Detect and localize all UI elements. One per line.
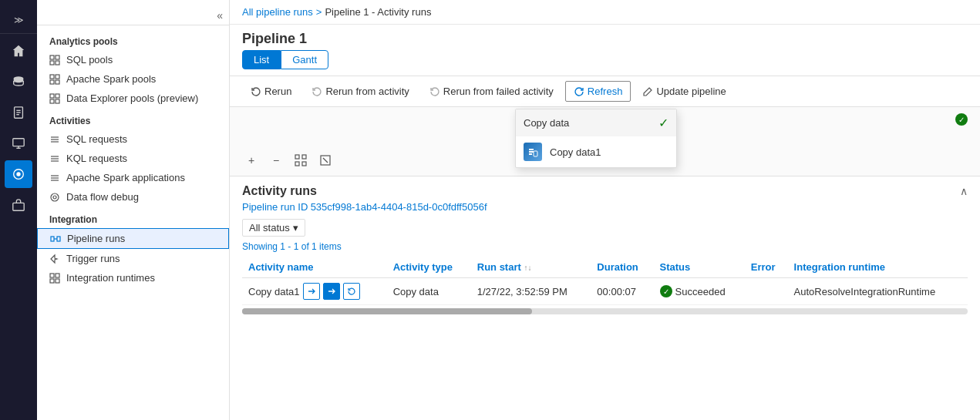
update-pipeline-button[interactable]: Update pipeline [634,81,734,102]
svg-rect-44 [302,162,306,166]
table-row: Copy data1 [242,278,968,305]
sidebar-collapse-button[interactable]: « [217,9,223,22]
sidebar-item-data-explorer[interactable]: Data Explorer pools (preview) [37,89,229,108]
integration-header: Integration [37,207,229,228]
pipeline-runs-label: Pipeline runs [67,233,125,244]
explorer-icon [49,93,60,104]
sidebar-top-bar: « [37,6,229,25]
sidebar-item-spark-pools[interactable]: Apache Spark pools [37,69,229,89]
output-icon [327,287,336,296]
col-duration: Duration [591,257,653,278]
svg-rect-19 [50,94,54,98]
sidebar-item-sql-pools[interactable]: SQL pools [37,50,229,69]
sidebar-item-kql-requests[interactable]: KQL requests [37,149,229,168]
pipeline-run-id-label: Pipeline run ID [242,201,308,213]
svg-rect-37 [56,274,59,277]
tab-gantt[interactable]: Gantt [281,50,328,69]
activity-runs-section: Activity runs ∧ Pipeline run ID 535cf998… [230,176,980,420]
svg-rect-15 [50,75,54,79]
col-activity-type: Activity type [387,257,471,278]
sidebar-item-sql-requests[interactable]: SQL requests [37,129,229,149]
activities-header: Activities [37,108,229,129]
home-icon[interactable] [5,37,32,65]
rerun-from-failed-button[interactable]: Rerun from failed activity [421,81,562,102]
view-tabs: List Gantt [230,50,980,76]
nav-expand[interactable]: ≫ [0,6,37,34]
svg-line-46 [323,158,328,163]
cell-status: ✓ Succeeded [654,278,745,305]
pipeline-icon [50,234,61,244]
kql-requests-label: KQL requests [66,153,127,164]
cell-error [745,278,788,305]
col-runtime: Integration runtime [788,257,968,278]
sidebar-item-pipeline-runs[interactable]: Pipeline runs [37,228,229,249]
rerun-from-activity-button[interactable]: Rerun from activity [303,81,417,102]
row-action-rerun-button[interactable] [343,283,360,300]
tab-list[interactable]: List [242,50,281,69]
cell-runtime: AutoResolveIntegrationRuntime [788,278,968,305]
briefcase-icon[interactable] [5,191,32,219]
sidebar-item-trigger-runs[interactable]: Trigger runs [37,249,229,268]
svg-rect-18 [56,80,59,84]
all-pipeline-runs-link[interactable]: All pipeline runs [242,6,313,18]
database-icon[interactable] [5,68,32,96]
scroll-thumb[interactable] [242,308,532,314]
svg-point-32 [51,193,59,201]
toolbar: Rerun Rerun from activity Rerun from fai… [230,76,980,107]
monitor-icon[interactable] [5,129,32,157]
dropdown-header: Copy data ✓ [516,109,676,136]
table-header: Activity name Activity type Run start ↑↓… [242,257,968,278]
status-filter-dropdown[interactable]: All status ▾ [242,219,305,237]
svg-rect-43 [295,162,299,166]
row-action-input-button[interactable] [303,283,320,300]
dropdown-item-label: Copy data1 [550,146,601,158]
svg-rect-11 [50,55,54,59]
rerun-activity-icon [312,86,322,97]
refresh-icon [574,86,584,97]
expand-view-button[interactable] [316,151,335,170]
rerun-failed-icon [429,86,440,97]
svg-rect-41 [295,155,299,159]
zoom-in-button[interactable]: + [242,151,261,170]
svg-rect-33 [51,237,54,241]
svg-rect-34 [57,237,60,241]
sort-arrows-icon[interactable]: ↑↓ [524,264,531,272]
refresh-button[interactable]: Refresh [565,81,631,102]
sidebar-item-spark-applications[interactable]: Apache Spark applications [37,168,229,187]
integration-icon[interactable] [5,160,32,188]
kql-icon [49,153,60,164]
rerun-icon [251,86,261,97]
pipeline-run-id-value: 535cf998-1ab4-4404-815d-0c0fdff5056f [311,201,487,213]
svg-point-9 [16,172,20,176]
dropdown-item-copy-data1[interactable]: Copy data1 [516,136,676,167]
cell-activity-name: Copy data1 [242,278,387,305]
zoom-out-button[interactable]: − [267,151,285,170]
svg-rect-36 [50,274,54,277]
svg-rect-16 [56,75,59,79]
svg-rect-5 [13,139,24,146]
svg-rect-39 [56,279,59,283]
activity-runs-table: Activity name Activity type Run start ↑↓… [242,257,968,305]
collapse-section-button[interactable]: ∧ [960,185,968,197]
sidebar-item-dataflow-debug[interactable]: Data flow debug [37,187,229,207]
horizontal-scrollbar[interactable] [242,308,968,314]
activity-dropdown: Copy data ✓ Copy data1 [515,109,677,168]
rerun-row-icon [347,287,356,296]
spark-pools-label: Apache Spark pools [66,73,156,85]
row-action-output-button[interactable] [323,283,340,300]
sidebar-item-integration-runtimes[interactable]: Integration runtimes [37,268,229,287]
svg-rect-20 [56,94,59,98]
col-status: Status [654,257,745,278]
sidebar: « Analytics pools SQL pools Apache Spark… [37,0,230,420]
showing-label: Showing 1 - 1 of 1 items [242,241,968,252]
document-icon[interactable] [5,99,32,126]
rerun-button[interactable]: Rerun [242,81,300,102]
breadcrumb-separator: > [316,6,322,18]
fit-view-button[interactable] [291,151,310,170]
cell-run-start: 1/27/22, 3:52:59 PM [471,278,591,305]
svg-rect-13 [50,61,54,65]
col-activity-name: Activity name [242,257,387,278]
row-actions [303,283,360,300]
breadcrumb: All pipeline runs > Pipeline 1 - Activit… [230,0,980,25]
svg-rect-21 [50,99,54,103]
